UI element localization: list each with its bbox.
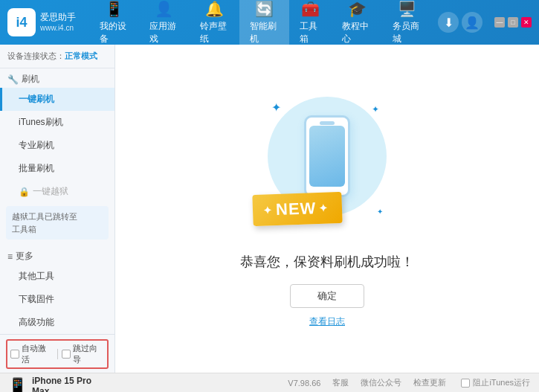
download-button[interactable]: ⬇ [438,12,459,33]
main-layout: 设备连接状态：正常模式 🔧 刷机 一键刷机 iTunes刷机 专业刷机 批量刷机… [0,45,539,373]
stop-itunes-row: 阻止iTunes运行 [461,377,530,388]
skip-guide-checkbox[interactable]: 跳过向导 [62,343,104,365]
phone-screen [309,126,345,187]
device-info: 📱 iPhone 15 Pro Max 512GB iPhone [6,373,109,392]
skip-guide-check[interactable] [62,350,71,359]
itunes-flash-label: iTunes刷机 [19,117,63,127]
nav-smart-flash-icon: 🔄 [255,0,274,18]
window-close-button[interactable]: ✕ [521,17,532,28]
sidebar-item-download-firmware[interactable]: 下载固件 [0,288,114,311]
one-key-jailbreak-label: 一键越狱 [33,185,68,198]
auto-check-row: 自动激活 跳过向导 [6,339,109,369]
customer-service-link[interactable]: 客服 [332,377,349,388]
logo-area: i4 爱思助手 www.i4.cn [7,8,89,36]
nav-smart-flash[interactable]: 🔄 智能刷机 [239,0,289,50]
sidebar-item-advanced[interactable]: 高级功能 [0,311,114,334]
more-section-label: ≡ 更多 [0,245,114,265]
window-controls: — □ ✕ [494,17,532,28]
wechat-link[interactable]: 微信公众号 [361,377,401,388]
more-icon: ≡ [7,251,13,262]
status-prefix: 设备连接状态： [7,51,65,60]
nav-my-device-icon: 📱 [105,0,123,18]
checkbox-divider [57,349,58,359]
stop-itunes-label: 阻止iTunes运行 [473,377,530,388]
phone-notch [320,121,335,125]
window-maximize-button[interactable]: □ [508,17,518,28]
confirm-button[interactable]: 确定 [290,284,364,308]
one-key-flash-label: 一键刷机 [19,94,54,104]
nav-my-device[interactable]: 📱 我的设备 [89,0,139,50]
flash-section-label: 🔧 刷机 [0,68,114,88]
phone-body [304,115,350,197]
sidebar-item-other-tools[interactable]: 其他工具 [0,265,114,288]
nav-ringtones-icon: 🔔 [205,0,224,18]
auto-activate-check[interactable] [10,350,19,359]
nav-apps-games[interactable]: 👤 应用游戏 [139,0,189,50]
nav-apps-games-icon: 👤 [155,0,173,18]
logo-sub: www.i4.cn [40,23,76,33]
flash-label-text: 刷机 [22,73,39,86]
device-phone-icon: 📱 [7,377,28,392]
new-star-icon-2: ✦ [319,202,329,214]
auto-activate-label: 自动激活 [22,343,53,365]
header: i4 爱思助手 www.i4.cn 📱 我的设备 👤 应用游戏 🔔 铃声壁纸 🔄… [0,0,539,45]
nav-tutorial-icon: 🎓 [348,0,367,18]
nav-apps-games-label: 应用游戏 [149,20,178,45]
check-update-link[interactable]: 检查更新 [413,377,446,388]
disabled-notice-text: 越狱工具已跳转至 工具箱 [12,212,77,234]
nav-tutorial[interactable]: 🎓 教程中心 [332,0,381,50]
header-right: ⬇ 👤 — □ ✕ [432,12,532,33]
confirm-button-label: 确定 [317,289,337,303]
sidebar: 设备连接状态：正常模式 🔧 刷机 一键刷机 iTunes刷机 专业刷机 批量刷机… [0,45,115,373]
other-tools-label: 其他工具 [19,271,54,281]
stop-itunes-checkbox[interactable] [461,379,470,388]
download-firmware-label: 下载固件 [19,294,54,304]
new-label: NEW [276,199,317,219]
sidebar-item-one-key-jailbreak: 🔒 一键越狱 [0,180,114,203]
nav-toolbox-label: 工具箱 [300,20,321,45]
logo-name: 爱思助手 [40,12,76,24]
lock-icon: 🔒 [19,187,30,197]
nav-toolbox[interactable]: 🧰 工具箱 [289,0,332,50]
nav-service[interactable]: 🖥️ 务员商城 [382,0,432,50]
new-star-icon: ✦ [263,204,274,216]
nav-my-device-label: 我的设备 [100,20,129,45]
sparkle-icon-3: ✦ [377,208,383,216]
view-log-link[interactable]: 查看日志 [309,315,345,328]
device-name: iPhone 15 Pro Max [32,376,107,392]
flash-icon: 🔧 [7,74,19,85]
user-button[interactable]: 👤 [462,12,482,33]
sidebar-item-itunes-flash[interactable]: iTunes刷机 [0,111,114,134]
nav-smart-flash-label: 智能刷机 [250,20,279,45]
content-area: ✦ ✦ ✦ ✦ NEW ✦ 恭喜您，保资料刷机成功啦！ 确定 查看日志 [115,45,539,373]
more-label-text: 更多 [16,250,33,263]
advanced-label: 高级功能 [19,317,54,327]
nav-items: 📱 我的设备 👤 应用游戏 🔔 铃声壁纸 🔄 智能刷机 🧰 工具箱 🎓 教程中心… [89,0,432,50]
sparkle-icon-2: ✦ [372,104,379,115]
auto-activate-checkbox[interactable]: 自动激活 [10,343,53,365]
batch-flash-label: 批量刷机 [19,163,54,173]
win-controls: ⬇ 👤 [438,12,482,33]
window-minimize-button[interactable]: — [494,17,505,28]
nav-toolbox-icon: 🧰 [301,0,320,18]
skip-guide-label: 跳过向导 [73,343,104,365]
sidebar-item-batch-flash[interactable]: 批量刷机 [0,157,114,180]
logo-text: 爱思助手 www.i4.cn [40,12,76,33]
footer-right: V7.98.66 客服 微信公众号 检查更新 [288,377,446,388]
version-text: V7.98.66 [288,379,320,388]
nav-tutorial-label: 教程中心 [342,20,371,45]
sidebar-bottom: 自动激活 跳过向导 📱 iPhone 15 Pro Max 512GB iPho… [0,334,114,392]
sparkle-icon-1: ✦ [271,100,281,115]
new-banner: ✦ NEW ✦ [252,192,343,226]
disabled-notice-box: 越狱工具已跳转至 工具箱 [6,206,109,240]
logo-icon: i4 [7,8,36,36]
nav-service-label: 务员商城 [393,20,422,45]
device-text: iPhone 15 Pro Max 512GB iPhone [32,376,107,392]
sidebar-item-pro-flash[interactable]: 专业刷机 [0,134,114,157]
pro-flash-label: 专业刷机 [19,140,54,150]
sidebar-status: 设备连接状态：正常模式 [0,45,114,68]
nav-ringtones[interactable]: 🔔 铃声壁纸 [190,0,239,50]
nav-service-icon: 🖥️ [398,0,416,18]
success-message: 恭喜您，保资料刷机成功啦！ [240,253,414,271]
sidebar-item-one-key-flash[interactable]: 一键刷机 [0,88,114,111]
